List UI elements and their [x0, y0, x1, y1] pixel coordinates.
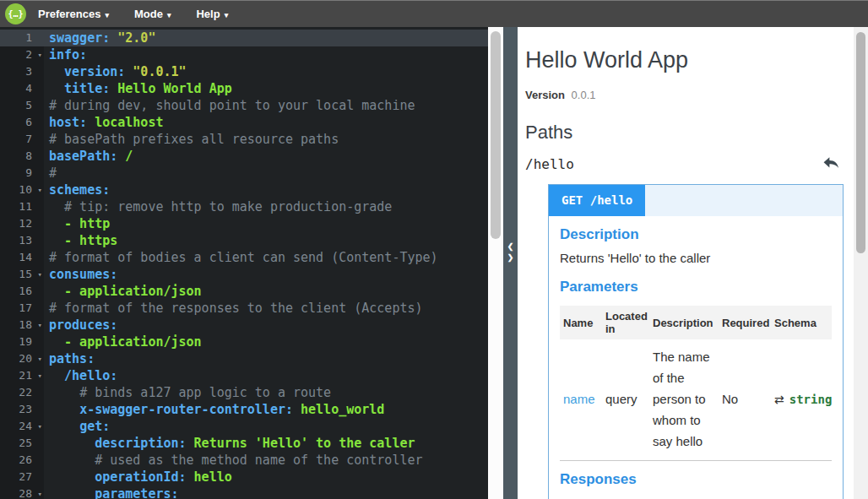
chevron-right-icon[interactable]: ❯ [507, 253, 514, 263]
code-text: basePath: / [44, 148, 133, 165]
responses-heading: Responses [560, 471, 832, 488]
fold-arrow-icon[interactable]: ▾ [38, 317, 42, 334]
chevron-left-icon[interactable]: ❮ [507, 242, 514, 252]
parameters-table: Name Located in Description Required Sch… [560, 306, 832, 458]
code-text: swagger: "2.0" [44, 30, 155, 46]
editor-line[interactable]: 24▾ get: [0, 418, 488, 435]
fold-arrow-icon[interactable]: ▾ [38, 46, 42, 63]
editor-line[interactable]: 18▾produces: [0, 317, 488, 334]
code-text: version: "0.0.1" [44, 63, 187, 80]
code-text: # during dev, should point to your local… [44, 97, 415, 114]
divider [560, 460, 832, 461]
code-text: # used as the method name of the control… [44, 452, 423, 469]
editor-line[interactable]: 21▾ /hello: [0, 367, 488, 384]
menu-mode-label: Mode [134, 8, 163, 20]
code-text: paths: [44, 350, 95, 367]
editor-line[interactable]: 4 title: Hello World App [0, 80, 488, 97]
editor-line[interactable]: 1swagger: "2.0" [0, 30, 488, 46]
version-row: Version 0.0.1 [525, 89, 844, 101]
param-name-link[interactable]: name [563, 392, 595, 406]
parameter-row: name query The name of the person to who… [560, 339, 832, 458]
code-text: parameters: [44, 485, 179, 499]
editor-line[interactable]: 10▾schemes: [0, 182, 488, 198]
param-located-in: query [602, 339, 649, 458]
fold-arrow-icon[interactable]: ▾ [38, 182, 42, 198]
fold-arrow-icon[interactable]: ▾ [38, 266, 42, 283]
editor-line[interactable]: 25 description: Returns 'Hello' to the c… [0, 435, 488, 452]
fold-arrow-icon[interactable]: ▾ [38, 350, 42, 367]
chevron-down-icon: ▾ [225, 11, 229, 19]
menu-preferences[interactable]: Preferences ▾ [38, 8, 109, 20]
editor-line[interactable]: 19 - application/json [0, 334, 488, 350]
schema-type: string [789, 393, 833, 406]
line-number: 18▾ [0, 317, 44, 334]
editor-line[interactable]: 13 - https [0, 232, 488, 249]
code-text: host: localhost [44, 114, 163, 131]
parameters-header-row: Name Located in Description Required Sch… [560, 306, 832, 339]
editor-line[interactable]: 15▾consumes: [0, 266, 488, 283]
code-text: # [44, 165, 57, 182]
column-header-located-in: Located in [602, 306, 649, 339]
description-heading: Description [560, 226, 832, 243]
pane-splitter[interactable]: ❮ ❯ [503, 27, 518, 499]
editor-line[interactable]: 27 operationId: hello [0, 469, 488, 485]
editor-line[interactable]: 12 - http [0, 215, 488, 232]
yaml-code-editor[interactable]: 1swagger: "2.0"2▾info:3 version: "0.0.1"… [0, 27, 488, 499]
editor-scrollbar-thumb[interactable] [491, 31, 501, 239]
code-text: produces: [44, 317, 117, 334]
line-number: 22 [0, 384, 44, 401]
editor-line[interactable]: 20▾paths: [0, 350, 488, 367]
editor-line[interactable]: 9# [0, 165, 488, 182]
param-required: No [719, 339, 771, 458]
code-text: /hello: [44, 367, 117, 384]
tab-get-hello[interactable]: GET /hello [549, 185, 645, 216]
menu-help[interactable]: Help ▾ [196, 8, 228, 20]
panel-scrollbar[interactable] [854, 27, 868, 499]
column-header-description: Description [649, 306, 719, 339]
menu-mode[interactable]: Mode ▾ [134, 8, 171, 20]
column-header-name: Name [560, 306, 602, 339]
editor-line[interactable]: 28▾ parameters: [0, 485, 488, 499]
editor-line[interactable]: 6host: localhost [0, 114, 488, 131]
menu-help-label: Help [196, 8, 220, 20]
editor-line[interactable]: 5# during dev, should point to your loca… [0, 97, 488, 114]
line-number: 20▾ [0, 350, 44, 367]
line-number: 1 [0, 30, 44, 46]
fold-arrow-icon[interactable]: ▾ [38, 367, 42, 384]
editor-line[interactable]: 7# basePath prefixes all resource paths [0, 131, 488, 148]
line-number: 28▾ [0, 485, 44, 499]
editor-line[interactable]: 11 # tip: remove http to make production… [0, 198, 488, 215]
editor-line[interactable]: 16 - application/json [0, 283, 488, 300]
line-number: 11 [0, 198, 44, 215]
line-number: 23 [0, 401, 44, 418]
editor-line[interactable]: 26 # used as the method name of the cont… [0, 452, 488, 469]
panel-scrollbar-thumb[interactable] [856, 32, 865, 253]
back-arrow-icon[interactable] [822, 155, 840, 173]
parameters-heading: Parameters [560, 279, 832, 296]
code-text: - https [44, 232, 117, 249]
swap-arrows-icon[interactable]: ⇄ [774, 393, 784, 406]
fold-arrow-icon[interactable]: ▾ [38, 485, 42, 499]
line-number: 7 [0, 131, 44, 148]
editor-line[interactable]: 2▾info: [0, 46, 488, 63]
line-number: 10▾ [0, 182, 44, 198]
editor-line[interactable]: 8basePath: / [0, 148, 488, 165]
editor-scrollbar[interactable] [488, 27, 503, 499]
topbar: {…} Preferences ▾ Mode ▾ Help ▾ [0, 0, 868, 27]
editor-line[interactable]: 17# format of the responses to the clien… [0, 300, 488, 317]
editor-line[interactable]: 23 x-swagger-router-controller: hello_wo… [0, 401, 488, 418]
chevron-down-icon: ▾ [105, 11, 109, 19]
editor-line[interactable]: 3 version: "0.0.1" [0, 63, 488, 80]
code-text: description: Returns 'Hello' to the call… [44, 435, 415, 452]
code-text: x-swagger-router-controller: hello_world [44, 401, 384, 418]
line-number: 3 [0, 63, 44, 80]
editor-line[interactable]: 14# format of bodies a client can send (… [0, 249, 488, 266]
editor-line[interactable]: 22 # binds a127 app logic to a route [0, 384, 488, 401]
docs-preview-panel: Hello World App Version 0.0.1 Paths /hel… [518, 27, 868, 499]
line-number: 26 [0, 452, 44, 469]
code-text: # format of bodies a client can send (Co… [44, 249, 438, 266]
code-text: # tip: remove http to make production-gr… [44, 198, 392, 215]
code-text: # basePath prefixes all resource paths [44, 131, 339, 148]
line-number: 4 [0, 80, 44, 97]
fold-arrow-icon[interactable]: ▾ [38, 418, 42, 435]
